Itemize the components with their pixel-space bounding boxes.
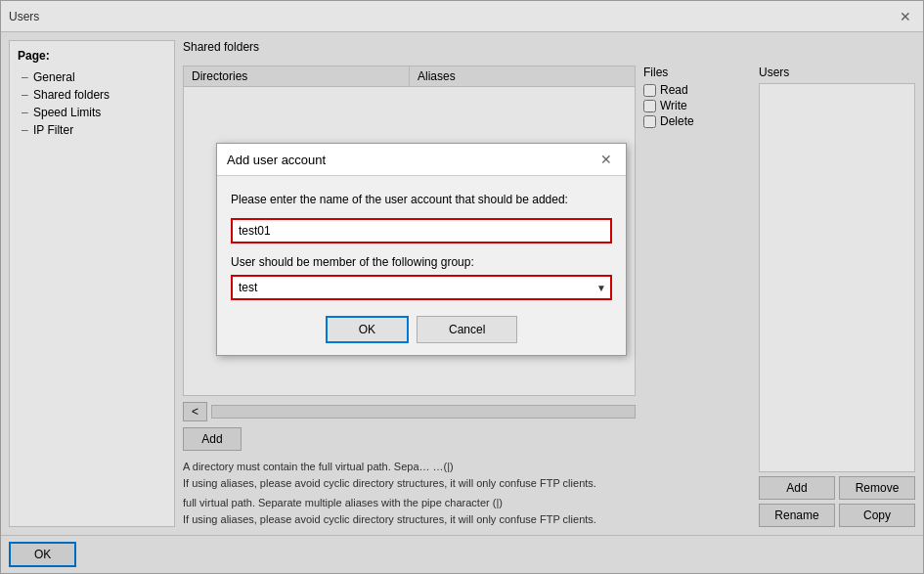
modal-title-bar: Add user account ✕ — [217, 144, 626, 176]
modal-body: Please enter the name of the user accoun… — [217, 176, 626, 355]
modal-ok-button[interactable]: OK — [326, 316, 409, 343]
modal-cancel-button[interactable]: Cancel — [417, 316, 517, 343]
modal-select-wrapper: test (none) ▼ — [231, 275, 612, 300]
modal-overlay: Add user account ✕ Please enter the name… — [1, 1, 923, 573]
group-select[interactable]: test (none) — [231, 275, 612, 300]
modal-description: Please enter the name of the user accoun… — [231, 192, 612, 208]
username-input[interactable] — [231, 218, 612, 243]
modal-group-label: User should be member of the following g… — [231, 255, 612, 269]
modal-buttons: OK Cancel — [231, 316, 612, 343]
main-window: Users ✕ Page: General Shared folders Spe… — [0, 0, 924, 574]
modal-close-button[interactable]: ✕ — [596, 150, 616, 169]
modal-dialog: Add user account ✕ Please enter the name… — [216, 143, 627, 356]
modal-title: Add user account — [227, 153, 326, 167]
